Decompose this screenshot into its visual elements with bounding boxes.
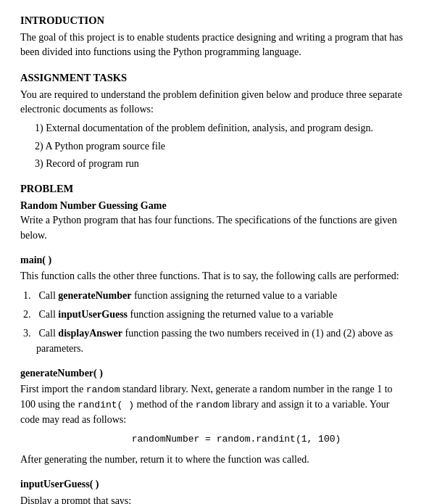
generate-body-1: First import the — [20, 384, 86, 394]
assignment-item-1: 1) External documentation of the problem… — [35, 121, 409, 136]
generate-body-3: method of the — [134, 399, 196, 410]
main-list-item-3: 3. Call displayAnswer function passing t… — [23, 326, 409, 356]
main-item-2-text: Call inputUserGuess function assigning t… — [36, 307, 333, 322]
generate-func-body: First import the random standard library… — [20, 382, 409, 427]
problem-section: PROBLEM Random Number Guessing Game Writ… — [20, 181, 409, 243]
generate-body-5: After generating the number, return it t… — [20, 453, 409, 467]
generate-number-bold: generateNumber — [58, 290, 131, 301]
main-list-item-2: 2. Call inputUserGuess function assignin… — [23, 307, 409, 322]
problem-subtitle: Random Number Guessing Game — [20, 199, 409, 213]
main-item-2-num: 2. — [23, 307, 36, 322]
input-func-section: inputUserGuess( ) Display a prompt that … — [20, 477, 409, 504]
intro-title: INTRODUCTION — [20, 13, 409, 28]
assignment-item-2: 2) A Python program source file — [35, 139, 409, 154]
main-func-title: main( ) — [20, 253, 409, 268]
generate-code-random2: random — [196, 400, 230, 410]
generate-code-random: random — [86, 384, 120, 395]
input-func-body-1: Display a prompt that says: — [20, 494, 409, 504]
main-item-1-text: Call generateNumber function assigning t… — [36, 289, 337, 303]
generate-code-randint: randint( ) — [78, 400, 134, 410]
assignment-title: ASSIGNMENT TASKS — [20, 70, 409, 86]
display-answer-bold: displayAnswer — [58, 328, 122, 339]
main-list-item-1: 1. Call generateNumber function assignin… — [23, 289, 409, 303]
input-func-title: inputUserGuess( ) — [20, 477, 409, 492]
main-func-body: This function calls the other three func… — [20, 269, 409, 284]
problem-title: PROBLEM — [20, 181, 409, 197]
main-item-1-num: 1. — [23, 289, 36, 303]
generate-func-section: generateNumber( ) First import the rando… — [20, 366, 409, 467]
assignment-section: ASSIGNMENT TASKS You are required to und… — [20, 70, 409, 172]
generate-func-title: generateNumber( ) — [20, 366, 409, 381]
assignment-list: 1) External documentation of the problem… — [23, 121, 409, 171]
problem-body: Write a Python program that has four fun… — [20, 213, 409, 243]
intro-body: The goal of this project is to enable st… — [20, 30, 409, 60]
main-func-list: 1. Call generateNumber function assignin… — [20, 289, 409, 356]
assignment-intro: You are required to understand the probl… — [20, 88, 409, 117]
input-user-guess-bold: inputUserGuess — [58, 309, 128, 320]
generate-code-block: randomNumber = random.randint(1, 100) — [64, 433, 409, 447]
intro-section: INTRODUCTION The goal of this project is… — [20, 13, 409, 60]
assignment-item-3: 3) Record of program run — [35, 157, 409, 171]
main-item-3-text: Call displayAnswer function passing the … — [36, 326, 409, 356]
main-item-3-num: 3. — [23, 326, 36, 356]
main-func-section: main( ) This function calls the other th… — [20, 253, 409, 356]
